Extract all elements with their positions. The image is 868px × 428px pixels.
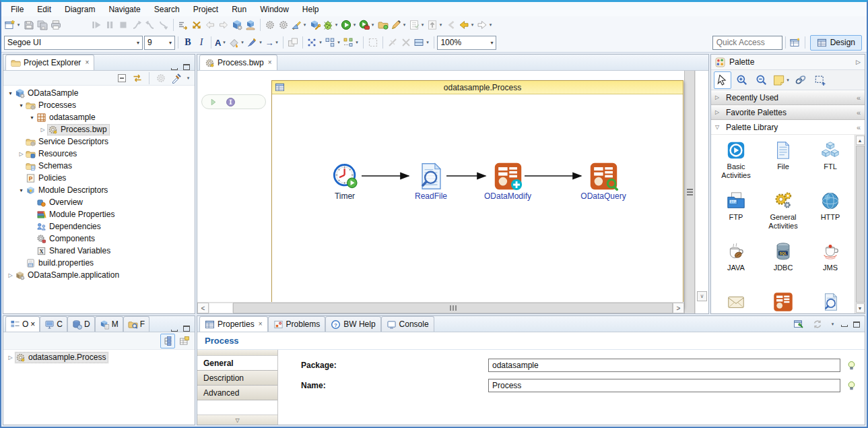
outline-item-process[interactable]: ▷ odatasample.Process: [3, 351, 195, 363]
tree-item-odatasample-module[interactable]: ▾ODataSample: [3, 87, 195, 99]
selection-tool-button[interactable]: [714, 71, 731, 89]
horizontal-scrollbar[interactable]: < >: [197, 302, 684, 313]
menu-run[interactable]: Run: [225, 3, 253, 16]
tab-process-bwp[interactable]: Process.bwp ×: [199, 55, 277, 70]
step-over-button[interactable]: [143, 18, 157, 32]
settings-button[interactable]: [263, 18, 277, 32]
upload-dropdown[interactable]: ▾: [438, 22, 444, 28]
profile-button[interactable]: [376, 18, 390, 32]
tree-item-process-bwp[interactable]: ▷Process.bwp: [3, 123, 195, 135]
palette-item-parse[interactable]: Parse: [807, 292, 854, 313]
annotate-button[interactable]: ▾: [390, 18, 408, 32]
tree-item-policies[interactable]: Policies: [3, 172, 195, 184]
note-tool-dropdown[interactable]: ▾: [786, 78, 790, 83]
tab-properties[interactable]: Properties×: [199, 316, 268, 332]
scrollbar-thumb[interactable]: [233, 303, 673, 313]
palette-item-basic-activities[interactable]: Basic Activities: [712, 140, 760, 189]
tab-problems[interactable]: Problems: [268, 316, 326, 332]
node-odataquery[interactable]: ODataQuery: [571, 162, 636, 201]
scroll-down-button[interactable]: ∨: [697, 291, 707, 301]
zoom-level-select[interactable]: 100%▾: [437, 36, 496, 50]
marquee-button[interactable]: [366, 35, 380, 50]
focus-button[interactable]: [154, 71, 168, 86]
nav-description[interactable]: Description: [197, 371, 277, 386]
design-tools-button[interactable]: ▾: [290, 18, 308, 32]
italic-button[interactable]: I: [195, 35, 208, 50]
tree-item-odatasample-application[interactable]: ▷ODataSample.application: [3, 269, 195, 281]
collapse-all-button[interactable]: [115, 71, 129, 86]
collapse-palette-icon[interactable]: ▷: [856, 59, 861, 65]
zoom-in-button[interactable]: [733, 71, 751, 89]
tree-item-service-descriptors[interactable]: Service Descriptors: [3, 135, 195, 148]
align-dropdown[interactable]: ▾: [335, 40, 341, 45]
font-family-select[interactable]: Segoe UI▾: [4, 36, 143, 50]
link-with-editor-button[interactable]: [131, 71, 144, 86]
tab-file-explorer-view[interactable]: F: [123, 316, 149, 332]
debug-dropdown[interactable]: ▾: [333, 22, 339, 28]
palette-item-http[interactable]: HTTP: [807, 191, 854, 239]
forward-button[interactable]: ▾: [476, 18, 494, 32]
table-layout-dropdown[interactable]: ▾: [424, 40, 430, 45]
process-canvas[interactable]: odatasample.Process Timer: [197, 71, 684, 313]
align-button[interactable]: ▾: [324, 35, 342, 50]
pause-button[interactable]: [103, 18, 116, 32]
palette-item-general-activities[interactable]: General Activities: [760, 191, 807, 239]
menu-search[interactable]: Search: [147, 3, 187, 16]
line-color-dropdown[interactable]: ▾: [257, 40, 263, 45]
maximize-button[interactable]: [183, 64, 190, 70]
marquee-tool-button[interactable]: [811, 71, 829, 89]
node-odatamodify[interactable]: ODataModify: [475, 162, 540, 201]
menu-navigate[interactable]: Navigate: [102, 3, 147, 16]
expander-icon[interactable]: ▷: [17, 151, 26, 157]
back-dropdown[interactable]: ▾: [469, 22, 475, 28]
tree-item-overview[interactable]: Overview: [3, 196, 195, 208]
maximize-button[interactable]: [183, 326, 190, 332]
tree-item-module-properties[interactable]: Module Properties: [3, 208, 195, 220]
design-tools-dropdown[interactable]: ▾: [302, 22, 308, 28]
distribute-dropdown[interactable]: ▾: [354, 40, 360, 45]
palette-item-odata[interactable]: OData: [760, 292, 807, 313]
tree-item-schemas[interactable]: Schemas: [3, 160, 195, 172]
tab-outline[interactable]: O×: [5, 316, 40, 332]
menu-diagram[interactable]: Diagram: [58, 3, 102, 16]
debug-button[interactable]: ▾: [322, 18, 340, 32]
tree-item-odatasample-package[interactable]: ▾odatasample: [3, 111, 195, 123]
select-mode-dropdown[interactable]: ▾: [317, 40, 323, 45]
scroll-left-button[interactable]: <: [197, 303, 209, 313]
nav-general[interactable]: General: [197, 356, 277, 371]
table-layout-button[interactable]: ▾: [413, 35, 431, 50]
swap-transitions-button[interactable]: [190, 18, 203, 32]
process-box[interactable]: odatasample.Process Timer: [271, 80, 683, 308]
back-button[interactable]: ▾: [458, 18, 476, 32]
palette-section-favorites[interactable]: ▷ Favorite Palettes «: [711, 105, 865, 120]
deploy-module-button[interactable]: [244, 18, 257, 32]
next-activity-button[interactable]: [217, 18, 230, 32]
font-color-dropdown[interactable]: ▾: [221, 40, 227, 45]
tree-item-dependencies[interactable]: Dependencies: [3, 220, 195, 233]
distribute-button[interactable]: ▾: [342, 35, 360, 50]
copy-appearance-button[interactable]: [286, 35, 300, 50]
name-module-property-button[interactable]: [846, 381, 857, 391]
palette-scrollbar[interactable]: ▲ ▼: [855, 135, 865, 313]
menu-project[interactable]: Project: [187, 3, 225, 16]
new-wizard-button[interactable]: ▾: [4, 18, 22, 32]
tree-item-build-properties[interactable]: build.properties: [3, 257, 195, 269]
minimize-button[interactable]: [841, 325, 848, 327]
configure-module-button[interactable]: [308, 18, 322, 32]
fill-color-dropdown[interactable]: ▾: [239, 40, 245, 45]
tree-item-module-descriptors[interactable]: ▾Module Descriptors: [3, 184, 195, 196]
last-edit-location-button[interactable]: [444, 18, 458, 32]
expander-icon[interactable]: ▾: [6, 90, 15, 96]
run-button[interactable]: ▾: [340, 18, 358, 32]
resume-button[interactable]: [90, 18, 103, 32]
tree-item-components[interactable]: Components: [3, 233, 195, 245]
upload-button[interactable]: ▾: [426, 18, 444, 32]
menu-file[interactable]: File: [4, 3, 30, 16]
tree-item-resources[interactable]: ▷Resources: [3, 148, 195, 160]
tab-module-view[interactable]: M: [95, 316, 123, 332]
tab-project-explorer[interactable]: Project Explorer ×: [5, 55, 94, 70]
scroll-down-button[interactable]: ▼: [856, 303, 865, 313]
tab-components-view[interactable]: C: [40, 316, 67, 332]
maximize-button[interactable]: [853, 322, 860, 328]
scrollbar-thumb[interactable]: [856, 146, 865, 303]
